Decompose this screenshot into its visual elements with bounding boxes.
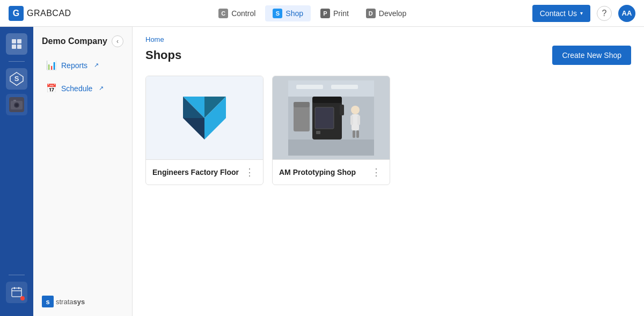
external-link-icon-2: ↗ bbox=[99, 85, 104, 92]
logo-g-icon: G bbox=[9, 6, 24, 21]
svg-rect-35 bbox=[350, 115, 353, 125]
nav-label-control: Control bbox=[231, 9, 255, 18]
svg-rect-13 bbox=[14, 287, 15, 289]
shop-card-image-2 bbox=[273, 76, 390, 159]
company-header: Demo Company ‹ bbox=[33, 27, 132, 54]
sidebar-item-reports[interactable]: 📊 Reports ↗ bbox=[38, 55, 128, 76]
stratasys-icon: s bbox=[42, 296, 54, 307]
nav-item-control[interactable]: C Control bbox=[211, 5, 263, 21]
svg-marker-20 bbox=[204, 118, 226, 139]
shop-card-footer-1: Engineers Factory Floor ⋮ bbox=[146, 159, 263, 185]
shop-card-name-1: Engineers Factory Floor bbox=[152, 168, 239, 177]
camera-sidebar-button[interactable] bbox=[6, 94, 27, 115]
reports-label: Reports bbox=[61, 61, 87, 70]
create-new-shop-button[interactable]: Create New Shop bbox=[552, 46, 631, 65]
svg-rect-27 bbox=[288, 139, 374, 156]
logo-area[interactable]: G GRABCAD bbox=[9, 6, 71, 21]
shop-card-name-2: AM Prototyping Shop bbox=[279, 168, 356, 177]
svg-marker-21 bbox=[183, 118, 204, 139]
main-layout: S bbox=[0, 27, 644, 316]
shop-card-footer-2: AM Prototyping Shop ⋮ bbox=[273, 159, 390, 185]
nav-right: Contact Us ▾ ? AA bbox=[532, 5, 635, 22]
shop-card-image-1 bbox=[146, 76, 263, 159]
notification-dot bbox=[20, 296, 25, 300]
avatar[interactable]: AA bbox=[618, 5, 635, 22]
external-link-icon: ↗ bbox=[94, 62, 99, 69]
sidebar-divider-bottom bbox=[9, 275, 25, 275]
svg-rect-30 bbox=[315, 107, 334, 129]
shop-card-menu-1[interactable]: ⋮ bbox=[243, 166, 257, 178]
grid-view-button[interactable] bbox=[6, 33, 27, 55]
top-nav: G GRABCAD C Control S Shop P Print D Dev… bbox=[0, 0, 644, 27]
nav-label-develop: Develop bbox=[379, 9, 406, 18]
stratasys-text: stratasys bbox=[56, 298, 85, 306]
svg-rect-1 bbox=[17, 39, 21, 43]
svg-rect-40 bbox=[294, 102, 310, 107]
nav-item-print[interactable]: P Print bbox=[313, 5, 356, 21]
shop-sidebar-icon-button[interactable]: S bbox=[6, 68, 27, 90]
nav-item-develop[interactable]: D Develop bbox=[358, 5, 414, 21]
shop-card-menu-2[interactable]: ⋮ bbox=[369, 166, 383, 178]
sidebar-bottom bbox=[6, 273, 27, 310]
grabcad-logo-svg bbox=[172, 86, 237, 150]
shops-grid: Engineers Factory Floor ⋮ bbox=[145, 76, 631, 185]
svg-rect-3 bbox=[17, 45, 21, 49]
svg-rect-25 bbox=[296, 85, 323, 89]
nav-label-print: Print bbox=[333, 9, 349, 18]
collapse-sidebar-button[interactable]: ‹ bbox=[112, 35, 123, 47]
svg-rect-36 bbox=[357, 115, 360, 125]
shop-card-am-prototyping[interactable]: AM Prototyping Shop ⋮ bbox=[272, 76, 390, 185]
develop-icon: D bbox=[366, 9, 376, 18]
svg-rect-38 bbox=[356, 130, 359, 138]
svg-rect-2 bbox=[12, 45, 16, 49]
svg-point-33 bbox=[351, 106, 360, 114]
sidebar-divider-top bbox=[9, 61, 25, 62]
sidebar-footer: s stratasys bbox=[33, 287, 132, 316]
main-content: Home Shops Create New Shop bbox=[133, 27, 644, 316]
svg-rect-31 bbox=[316, 131, 320, 134]
svg-point-9 bbox=[15, 104, 18, 107]
svg-rect-0 bbox=[12, 39, 16, 43]
logo-text: GRABCAD bbox=[27, 9, 71, 18]
grid-icon bbox=[11, 38, 23, 50]
page-title-row: Shops Create New Shop bbox=[145, 46, 631, 65]
shop-card-engineers-factory-floor[interactable]: Engineers Factory Floor ⋮ bbox=[145, 76, 264, 185]
nav-item-shop[interactable]: S Shop bbox=[265, 5, 311, 21]
svg-text:S: S bbox=[14, 75, 19, 83]
icon-sidebar: S bbox=[0, 27, 33, 316]
control-icon: C bbox=[218, 9, 228, 18]
page-title: Shops bbox=[145, 48, 181, 62]
contact-us-label: Contact Us bbox=[540, 9, 577, 18]
shop-s-icon: S bbox=[9, 71, 24, 86]
reports-icon: 📊 bbox=[46, 60, 57, 70]
svg-rect-10 bbox=[13, 100, 16, 101]
company-name: Demo Company bbox=[42, 36, 107, 46]
svg-rect-29 bbox=[312, 97, 342, 103]
stratasys-logo: s stratasys bbox=[42, 296, 123, 307]
contact-us-button[interactable]: Contact Us ▾ bbox=[532, 5, 590, 22]
print-icon: P bbox=[320, 9, 330, 18]
svg-rect-14 bbox=[18, 287, 19, 289]
svg-text:s: s bbox=[46, 298, 49, 306]
help-button[interactable]: ? bbox=[597, 6, 612, 21]
nav-items: C Control S Shop P Print D Develop bbox=[93, 5, 532, 21]
schedule-icon: 📅 bbox=[46, 83, 57, 93]
breadcrumb[interactable]: Home bbox=[145, 35, 631, 43]
svg-rect-26 bbox=[331, 85, 358, 89]
chevron-down-icon: ▾ bbox=[580, 10, 583, 16]
svg-rect-32 bbox=[340, 105, 344, 115]
help-icon: ? bbox=[602, 9, 607, 18]
shop-icon: S bbox=[273, 9, 282, 18]
calendar-button[interactable] bbox=[6, 282, 27, 303]
printer-svg bbox=[288, 80, 374, 156]
schedule-label: Schedule bbox=[61, 84, 92, 93]
svg-rect-37 bbox=[353, 130, 355, 138]
sidebar-item-schedule[interactable]: 📅 Schedule ↗ bbox=[38, 78, 128, 99]
svg-rect-11 bbox=[12, 288, 21, 297]
camera-icon bbox=[9, 97, 24, 112]
nav-label-shop: Shop bbox=[286, 9, 303, 18]
company-sidebar: Demo Company ‹ 📊 Reports ↗ 📅 Schedule ↗ … bbox=[33, 27, 133, 316]
